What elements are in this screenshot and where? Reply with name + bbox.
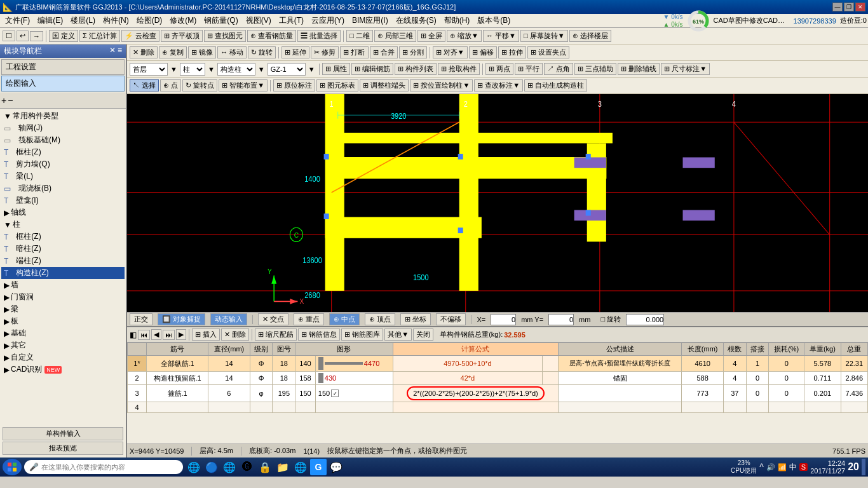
tree-item-cad[interactable]: ▶ CAD识别 NEW [1,363,125,376]
taskbar-icon-ie2[interactable]: 🌐 [292,459,309,475]
taskbar-icon-cortana[interactable]: 🌐 [186,459,202,475]
angle-btn[interactable]: ↗ 点角 [544,63,573,75]
rebar-insert-btn[interactable]: ⊞ 插入 [192,329,220,341]
2d-btn[interactable]: □ 二维 [346,30,373,42]
taskbar-icon-app1[interactable]: 🅖 [239,459,255,475]
rotate-btn[interactable]: □ 屏幕旋转▼ [520,30,568,42]
pick-member-btn[interactable]: ⊞ 抢取构件 [438,63,480,75]
y-input[interactable] [548,314,574,325]
point-tool-btn[interactable]: ⊕ 点 [160,79,181,92]
rebar-close-btn[interactable]: 关闭 [413,329,433,341]
auto-gen-btn[interactable]: ⊞ 自动生成构造柱 [524,79,587,92]
coord-btn[interactable]: ⊞ 坐标 [400,313,431,325]
menu-item-bim[interactable]: BIM应用(I) [348,14,392,27]
find-elem-btn[interactable]: ⊞ 查找图元 [204,30,246,42]
split-btn[interactable]: ⊞ 分割 [399,46,427,58]
rebar-table-wrapper[interactable]: 筋号 直径(mm) 级别 图号 图形 计算公式 公式描述 长度(mm) 根数 搭… [127,342,868,444]
tree-item-opening[interactable]: ▶ 门窗洞 [1,291,125,303]
tree-item-axis[interactable]: ▭ 轴网(J) [1,122,125,134]
no-offset-btn[interactable]: 不偏移 [436,313,466,325]
member-type-select[interactable]: 柱 [180,63,205,76]
level-top-btn[interactable]: ⊞ 齐平板顶 [161,30,203,42]
single-member-btn[interactable]: 单构件输入 [3,427,123,440]
tree-item-gridline[interactable]: ▶ 轴线 [1,207,125,219]
batch-select-btn[interactable]: ☰ 批量选择 [297,30,341,42]
elem-table-btn[interactable]: ⊞ 图元标表 [316,79,358,92]
menu-item-view[interactable]: 视图(V) [242,14,275,27]
tree-item-slab[interactable]: ▭ 现浇板(B) [1,182,125,194]
parallel-btn[interactable]: ⊞ 平行 [515,63,543,75]
tree-item-raft[interactable]: ▭ 筏板基础(M) [1,134,125,146]
tree-item-beam[interactable]: T 梁(L) [1,170,125,182]
menu-item-help[interactable]: 帮助(H) [440,14,474,27]
panel-close-icon[interactable]: ✕ ≡ [109,46,122,57]
member-code-select[interactable]: GZ-1 [268,63,306,76]
merge-btn[interactable]: ⊞ 合并 [370,46,398,58]
select-floor-btn[interactable]: ⊕ 选择楼层 [569,30,611,42]
tree-item-endcol[interactable]: T 端柱(Z) [1,255,125,267]
show-desktop-btn[interactable] [862,459,865,475]
undo-btn[interactable]: ↩ [17,30,29,41]
tree-item-slab2[interactable]: ▶ 板 [1,315,125,327]
scale-rebar-btn[interactable]: ⊞ 缩尺配筋 [255,329,297,341]
tree-item-foundation[interactable]: ▶ 基础 [1,327,125,339]
report-preview-btn[interactable]: 报表预览 [3,442,123,455]
volume-icon[interactable]: 🔊 [766,463,775,471]
menu-item-tools[interactable]: 工具(T) [275,14,308,27]
new-btn[interactable]: ☐ [3,30,15,41]
menu-item-member[interactable]: 构件(N) [99,14,133,27]
other-btn[interactable]: 其他▼ [384,329,412,341]
tree-item-custom[interactable]: ▶ 自定义 [1,351,125,363]
sum-calc-btn[interactable]: Σ 汇总计算 [79,30,120,42]
draw-input-btn[interactable]: 绘图输入 [1,76,125,92]
tree-item-column[interactable]: ▼ 柱 [1,219,125,231]
tree-item-structcol[interactable]: T 构造柱(Z) [1,267,125,279]
dynamic-input-btn[interactable]: 动态输入 [210,313,247,325]
check-label-btn[interactable]: ⊞ 查改标注▼ [474,79,523,92]
nav-prev-btn[interactable]: ◀ [151,329,161,340]
taskbar-icon-g[interactable]: G [310,459,327,475]
align-btn[interactable]: ⊞ 对齐▼ [433,46,468,58]
taskbar-icon-ie[interactable]: 🌐 [221,459,238,475]
origin-label-btn[interactable]: ⊞ 原位标注 [273,79,315,92]
member-list-btn[interactable]: ⊞ 构件列表 [395,63,437,75]
zoom-btn[interactable]: ⊕ 缩放▼ [447,30,482,42]
del-aux-btn[interactable]: ⊞ 删除辅线 [618,63,660,75]
menu-item-draw[interactable]: 绘图(D) [133,14,166,27]
property-btn[interactable]: ⊞ 属性 [322,63,350,75]
set-vertex-btn[interactable]: ⊞ 设置夹点 [527,46,569,58]
nav-next-btn[interactable]: ▶ [176,329,186,340]
network-icon[interactable]: 📶 [778,463,787,471]
smart-layout-btn[interactable]: ⊞ 智能布置▼ [219,79,268,92]
rebar-delete-btn[interactable]: ✕ 删除 [221,329,249,341]
menu-item-file[interactable]: 文件(F) [1,14,34,27]
three-point-btn[interactable]: ⊞ 三点辅助 [574,63,616,75]
orthogonal-btn[interactable]: 正交 [130,313,153,325]
taskbar-icon-app2[interactable]: 🔒 [257,459,273,475]
mirror-btn[interactable]: ⊞ 镜像 [188,46,216,58]
clock[interactable]: 12:24 2017/11/27 [810,459,845,475]
draw-by-pos-btn[interactable]: ⊞ 按位置绘制柱▼ [410,79,473,92]
trim-btn[interactable]: ✂ 修剪 [311,46,339,58]
fullscreen-btn[interactable]: ⊞ 全屏 [417,30,445,42]
menu-item-version[interactable]: 版本号(B) [473,14,514,27]
floor-select[interactable]: 首层 [130,63,168,76]
redo-btn[interactable]: → [30,31,43,41]
view-rebar-btn[interactable]: ⊕ 查看钢筋量 [247,30,296,42]
project-settings-btn[interactable]: 工程设置 [1,59,125,75]
offset-btn[interactable]: ⊞ 偏移 [469,46,497,58]
midpoint-btn[interactable]: ⊕ 重点 [294,313,324,325]
x-input[interactable] [491,314,516,325]
sogou-icon[interactable]: S [799,463,808,471]
3d-local-btn[interactable]: ⊕ 局部三维 [374,30,416,42]
dim-label-btn[interactable]: ⊞ 尺寸标注▼ [661,63,710,75]
center-btn[interactable]: ⊕ 中点 [329,313,360,325]
snap-btn[interactable]: 🔲 对象捕捉 [158,313,205,325]
input-method[interactable]: 中 [789,462,797,473]
menu-item-modify[interactable]: 修改(M) [166,14,200,27]
tree-item-framecol[interactable]: T 框柱(Z) [1,146,125,158]
edit-rebar-btn[interactable]: ⊞ 编辑钢筋 [351,63,393,75]
tree-item-wall[interactable]: ▶ 墙 [1,279,125,291]
taskbar-icon-edge[interactable]: 🔵 [203,459,220,475]
tree-item-shearwall[interactable]: T 剪力墙(Q) [1,158,125,170]
